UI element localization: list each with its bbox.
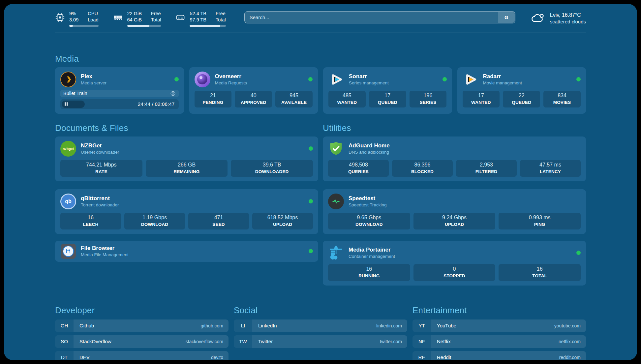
section-title-utilities: Utilities (323, 123, 586, 133)
service-card-adguard[interactable]: AdGuard Home DNS and adblocking 498,508 … (323, 136, 586, 181)
status-dot (309, 199, 313, 203)
service-subtitle: Media Requests (215, 80, 304, 86)
service-name: qBittorrent (81, 195, 304, 202)
service-name: File Browser (81, 245, 304, 252)
service-card-speedtest[interactable]: Speedtest Speedtest Tracking 9.65 Gbps D… (323, 189, 586, 234)
section-title-documents: Documents & Files (55, 123, 318, 133)
stat-tile: 9.65 Gbps DOWNLOAD (328, 213, 410, 229)
ram-icon (113, 13, 123, 22)
stat-tile: 945 AVAILABLE (275, 91, 313, 107)
bookmark-reddit[interactable]: RE Reddit reddit.com (412, 351, 586, 360)
service-subtitle: DNS and adblocking (349, 149, 581, 155)
service-card-nzbget[interactable]: nzbget NZBGet Usenet downloader 744.21 M… (55, 136, 318, 181)
overseerr-icon (195, 72, 210, 87)
service-name: AdGuard Home (349, 142, 581, 149)
memory-values: 22 GiB 64 GiB (127, 11, 142, 23)
dashboard: 9% 3.09 CPU Load (4, 4, 637, 360)
stat-tile: 22 QUEUED (503, 91, 540, 107)
section-title-entertainment: Entertainment (412, 305, 586, 316)
stat-tile: 0.993 ms PING (499, 213, 581, 229)
service-subtitle: Movie management (483, 80, 572, 86)
header-divider (55, 33, 586, 33)
service-card-overseerr[interactable]: Overseerr Media Requests 21 PENDING 40 A… (189, 67, 318, 114)
service-card-plex[interactable]: Plex Media server Bullet Train 24:44 / 0 (55, 67, 184, 114)
disk-values: 52.4 TB 97.9 TB (190, 11, 206, 23)
status-dot (309, 249, 313, 253)
bookmark-youtube[interactable]: YT YouTube youtube.com (412, 319, 586, 332)
service-name: Overseerr (215, 73, 304, 80)
service-card-qbittorrent[interactable]: qb qBittorrent Torrent downloader 16 LEE… (55, 189, 318, 234)
bookmark-github[interactable]: GH Github github.com (55, 319, 229, 332)
service-name: Speedtest (349, 195, 581, 202)
service-name: Sonarr (349, 73, 438, 80)
portainer-icon (328, 245, 344, 261)
status-dot (308, 77, 313, 81)
status-dot (443, 77, 447, 81)
top-bar: 9% 3.09 CPU Load (55, 4, 586, 27)
service-subtitle: Speedtest Tracking (349, 202, 581, 208)
section-title-developer: Developer (55, 305, 229, 316)
stat-tile: 1.19 Gbps DOWNLOAD (124, 213, 185, 229)
stat-tile: 618.52 Mbps UPLOAD (252, 213, 313, 229)
search-provider-button[interactable]: G (498, 12, 515, 23)
bookmark-netflix[interactable]: NF Netflix netflix.com (412, 335, 586, 348)
disk-progress-bar (190, 25, 226, 27)
service-subtitle: Media File Management (81, 252, 304, 258)
stat-tile: 47.57 ms LATENCY (520, 160, 581, 177)
bookmark-twitter[interactable]: TW Twitter twitter.com (234, 335, 407, 348)
cpu-labels: CPU Load (88, 11, 98, 23)
service-subtitle: Container management (349, 254, 572, 259)
cpu-progress-bar (69, 25, 99, 27)
weather-widget: Lviv, 16.87°C scattered clouds (531, 11, 586, 25)
now-playing-row: Bullet Train (60, 90, 179, 97)
bookmark-linkedin[interactable]: LI LinkedIn linkedin.com (234, 319, 407, 332)
stat-tile: 86,396 BLOCKED (392, 160, 453, 177)
service-card-portainer[interactable]: Media Portainer Container management 16 … (323, 241, 586, 286)
stat-tile: 9.24 Gbps UPLOAD (413, 213, 496, 229)
disk-widget: 52.4 TB 97.9 TB Free Total (175, 11, 226, 27)
bookmark-stackoverflow[interactable]: SO StackOverflow stackoverflow.com (55, 335, 229, 348)
stat-tile: 744.21 Mbps RATE (60, 160, 142, 177)
bookmark-group-social: Social LI LinkedIn linkedin.com TW Twitt… (234, 305, 407, 360)
sonarr-icon (328, 72, 344, 87)
service-card-radarr[interactable]: Radarr Movie management 17 WANTED 22 QUE… (457, 67, 586, 114)
status-dot (309, 146, 313, 151)
radarr-icon (463, 72, 478, 87)
stat-tile: 471 SEED (188, 213, 249, 229)
memory-widget: 22 GiB 64 GiB Free Total (113, 11, 161, 27)
playback-time: 24:44 / 02:06:47 (138, 101, 175, 107)
service-card-sonarr[interactable]: Sonarr Series management 485 WANTED 17 Q… (323, 67, 452, 114)
pause-icon (65, 102, 68, 106)
utilities-column: Utilities (323, 114, 586, 286)
playback-progress-bar: 24:44 / 02:06:47 (60, 99, 179, 109)
stat-tile: 2,953 FILTERED (456, 160, 517, 177)
service-card-filebrowser[interactable]: File Browser Media File Management (55, 241, 318, 262)
search-bar: G (244, 11, 515, 23)
service-name: Plex (81, 73, 170, 80)
bookmark-dev[interactable]: DT DEV dev.to (55, 351, 229, 360)
stat-tile: 485 WANTED (328, 91, 366, 107)
disk-icon (175, 13, 185, 22)
bookmark-group-developer: Developer GH Github github.com SO StackO… (55, 305, 229, 360)
service-subtitle: Series management (349, 80, 438, 86)
stat-tile: 16 RUNNING (328, 264, 410, 281)
stat-tile: 40 APPROVED (235, 91, 272, 107)
filebrowser-icon (60, 243, 76, 259)
stat-tile: 834 MOVIES (543, 91, 581, 107)
stat-tile: 17 QUEUED (369, 91, 406, 107)
cpu-widget: 9% 3.09 CPU Load (55, 11, 99, 27)
service-subtitle: Media server (81, 80, 170, 86)
search-input[interactable] (244, 11, 515, 23)
stat-tile: 196 SERIES (410, 91, 447, 107)
service-name: Radarr (483, 73, 572, 80)
nzbget-icon: nzbget (60, 141, 76, 157)
weather-location: Lviv, 16.87°C (550, 12, 586, 18)
media-grid: Plex Media server Bullet Train 24:44 / 0 (55, 67, 586, 114)
service-subtitle: Usenet downloader (81, 149, 304, 155)
stat-tile: 16 TOTAL (499, 264, 581, 281)
now-playing-status-icon (170, 91, 176, 96)
status-dot (576, 77, 581, 81)
service-subtitle: Torrent downloader (81, 202, 304, 208)
scattered-clouds-icon (531, 11, 545, 25)
stat-tile: 21 PENDING (195, 91, 232, 107)
